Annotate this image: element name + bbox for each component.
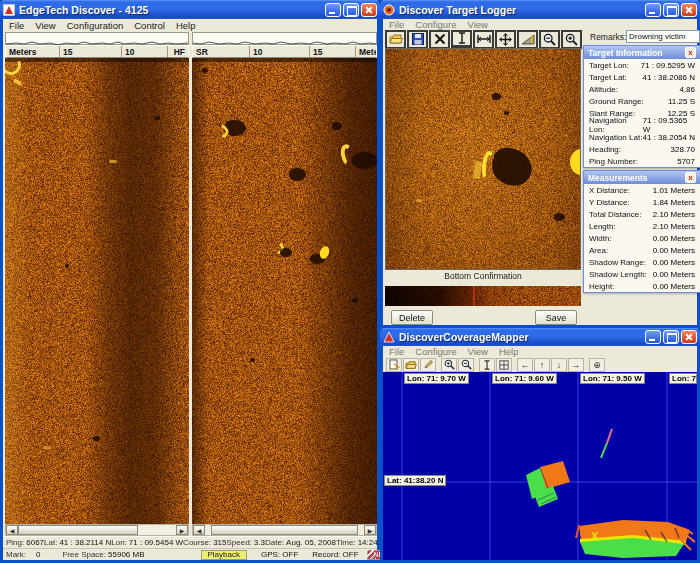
lon-gridline-label: Lon: 71: 9.70 W <box>404 373 469 384</box>
save-target-button[interactable] <box>407 30 428 49</box>
zoom-out-button[interactable] <box>539 30 560 49</box>
starboard-scrollbar[interactable]: ◀ ▶ <box>192 524 377 536</box>
playback-badge: Playback <box>201 550 247 560</box>
info-row: Navigation Lat:41 : 38.2054 N <box>584 131 700 143</box>
pan-view-button[interactable] <box>495 30 516 49</box>
close-icon[interactable]: x <box>685 47 696 58</box>
scroll-left-icon[interactable]: ◀ <box>193 525 205 535</box>
measure-button[interactable] <box>479 358 495 372</box>
scrollbar-thumb[interactable] <box>18 525 138 535</box>
minimize-button[interactable] <box>645 330 661 344</box>
target-information-header: Target Information x <box>584 46 700 59</box>
pencil-icon <box>423 359 434 370</box>
zoom-in-button[interactable] <box>441 358 457 372</box>
export-map-button[interactable] <box>386 358 402 372</box>
globe-icon: ⊕ <box>593 360 601 370</box>
menu-control[interactable]: Control <box>134 20 165 31</box>
scroll-right-icon[interactable]: ▶ <box>176 525 188 535</box>
coverage-mapper-icon <box>383 331 395 343</box>
center-target-button[interactable]: ⊕ <box>589 358 605 372</box>
range-ruler-port: Meters 15 10 HF <box>5 45 189 58</box>
signal-trace-starboard <box>192 32 377 45</box>
menu-help[interactable]: Help <box>499 346 519 357</box>
measure-vertical-button[interactable] <box>451 30 472 49</box>
zoom-in-button[interactable] <box>561 30 582 49</box>
slope-height-icon <box>521 33 535 45</box>
pan-up-button[interactable]: ↑ <box>534 358 550 372</box>
scrollbar-thumb[interactable] <box>211 525 357 535</box>
port-scrollbar[interactable]: ◀ ▶ <box>5 524 189 536</box>
open-file-button[interactable] <box>385 30 406 49</box>
status-bar-row2: Mark:0 Free Space:55906 MB Playback GPS:… <box>3 548 377 560</box>
resize-grip[interactable] <box>367 550 376 559</box>
info-row: Target Lon:71 : 09.5295 W <box>584 59 700 71</box>
menu-configure[interactable]: Configure <box>415 346 456 357</box>
minimize-button[interactable] <box>325 3 341 17</box>
arrow-right-icon: → <box>572 360 581 370</box>
logger-toolbar <box>385 29 583 49</box>
height-from-shadow-button[interactable] <box>517 30 538 49</box>
arrow-left-icon: ← <box>521 360 530 370</box>
info-row: Navigation Lon:71 : 09.5365 W <box>584 119 700 131</box>
erase-button[interactable] <box>420 358 436 372</box>
maximize-button[interactable] <box>343 3 359 17</box>
close-button[interactable] <box>681 330 697 344</box>
grid-view-button[interactable] <box>496 358 512 372</box>
zoom-out-icon <box>543 33 556 46</box>
pan-right-button[interactable]: → <box>568 358 584 372</box>
scrollbar-track[interactable] <box>205 525 364 535</box>
open-file-button[interactable] <box>403 358 419 372</box>
mapper-title: DiscoverCoverageMapper <box>399 331 645 343</box>
save-button[interactable]: Save <box>535 310 577 325</box>
pan-left-button[interactable]: ← <box>517 358 533 372</box>
measurement-row: X Distance:1.01 Meters <box>584 184 700 196</box>
gps-status: GPS: OFF <box>261 550 298 559</box>
delete-button[interactable]: Delete <box>391 310 433 325</box>
zoom-out-button[interactable] <box>458 358 474 372</box>
minimize-button[interactable] <box>645 3 661 17</box>
scroll-left-icon[interactable]: ◀ <box>6 525 18 535</box>
measurement-row: Shadow Length:0.00 Meters <box>584 268 700 280</box>
grid-icon <box>499 360 509 370</box>
delete-target-button[interactable] <box>429 30 450 49</box>
close-icon[interactable]: x <box>685 172 696 183</box>
ruler-label: Meters <box>356 46 376 57</box>
close-button[interactable] <box>361 3 377 17</box>
arrow-up-icon: ↑ <box>540 360 545 370</box>
lon-gridline-label: Lon: 71: <box>669 373 697 384</box>
mapper-menubar: File Configure View Help <box>383 346 697 357</box>
info-row: Target Lat:41 : 38.2086 N <box>584 71 700 83</box>
maximize-button[interactable] <box>663 3 679 17</box>
record-status: Record: OFF <box>312 550 358 559</box>
target-mark-x: X <box>591 530 599 542</box>
floppy-disk-icon <box>412 33 424 45</box>
logger-titlebar: Discover Target Logger <box>380 0 700 19</box>
delete-x-icon <box>434 33 446 45</box>
menu-configuration[interactable]: Configuration <box>67 20 124 31</box>
menu-help[interactable]: Help <box>176 20 196 31</box>
measure-horizontal-button[interactable] <box>473 30 494 49</box>
maximize-button[interactable] <box>663 330 679 344</box>
coverage-swath-bottom: X <box>576 520 695 558</box>
menu-file[interactable]: File <box>389 346 404 357</box>
menu-file[interactable]: File <box>9 20 24 31</box>
coverage-map[interactable]: X Lon: 71: 9.70 W Lon: 71: 9.60 W Lon: 7… <box>383 372 697 560</box>
scroll-right-icon[interactable]: ▶ <box>364 525 376 535</box>
sonar-waterfall-port[interactable] <box>5 58 189 524</box>
discover-titlebar: EdgeTech Discover - 4125 <box>0 0 380 19</box>
sonar-waterfall-starboard[interactable] <box>192 58 377 524</box>
menu-view[interactable]: View <box>468 346 488 357</box>
pan-down-button[interactable]: ↓ <box>551 358 567 372</box>
lon-gridline-label: Lon: 71: 9.50 W <box>580 373 645 384</box>
target-zoom-image[interactable] <box>385 48 581 270</box>
ruler-channel: SR <box>193 46 250 57</box>
scrollbar-track[interactable] <box>18 525 176 535</box>
menu-view[interactable]: View <box>35 20 55 31</box>
measurement-row: Total Distance:2.10 Meters <box>584 208 700 220</box>
close-button[interactable] <box>681 3 697 17</box>
sonar-image-starboard <box>192 58 377 524</box>
ruler-tick: 15 <box>60 46 122 57</box>
status-lon: Lon:71 : 09.5454 W <box>111 538 183 547</box>
remarks-input[interactable] <box>626 30 700 43</box>
status-speed: Speed:3.3 <box>226 538 264 547</box>
